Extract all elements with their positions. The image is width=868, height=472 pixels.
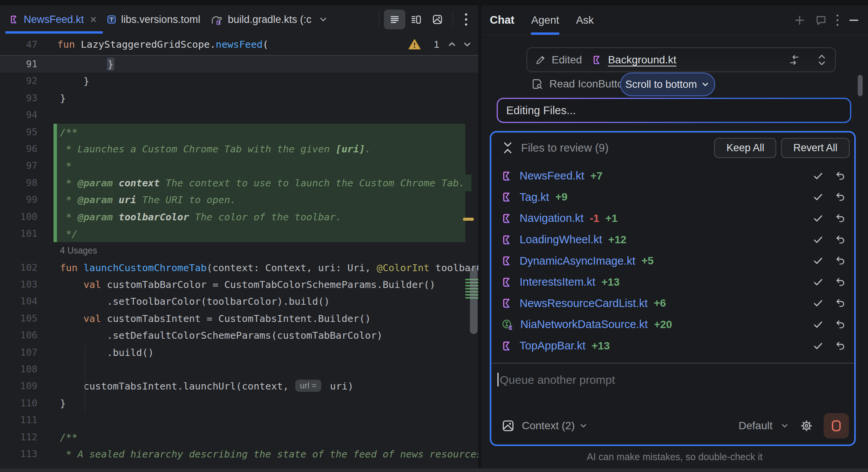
line-number[interactable]: 111 — [0, 412, 57, 428]
usages-inlay-hint[interactable]: 4 Usages — [0, 242, 478, 259]
error-stripe-warning-mark[interactable] — [463, 218, 474, 221]
line-number[interactable]: 102 — [0, 259, 57, 276]
code-line[interactable]: 111 — [0, 412, 478, 428]
revert-file-icon[interactable] — [834, 319, 846, 330]
line-number[interactable]: 104 — [0, 293, 57, 310]
prompt-area[interactable]: Queue another prompt — [491, 364, 854, 417]
code-line[interactable]: 97 * — [0, 157, 478, 174]
tab-libs-versions-toml[interactable]: libs.versions.toml — [103, 5, 206, 34]
file-link[interactable]: NewsFeed.kt — [520, 170, 584, 182]
code-line[interactable]: 91 } — [0, 56, 478, 73]
line-number[interactable]: 110 — [0, 395, 57, 412]
file-review-row[interactable]: TopAppBar.kt+13 — [491, 335, 854, 357]
code-line[interactable]: 104 .setToolbarColor(toolbarColor).build… — [0, 293, 478, 310]
code-line[interactable]: 108 — [0, 361, 478, 378]
revert-file-icon[interactable] — [834, 297, 846, 309]
code-area[interactable]: 91 }92 }93}9495/**96 * Launches a Custom… — [0, 56, 478, 468]
code-line[interactable]: 109 customTabsIntent.launchUrl(context, … — [0, 378, 478, 394]
revert-file-icon[interactable] — [834, 276, 846, 288]
file-review-row[interactable]: NiaNetworkDataSource.kt+20 — [491, 314, 854, 335]
show-diff-icon[interactable] — [788, 53, 801, 67]
keep-all-button[interactable]: Keep All — [714, 138, 776, 158]
revert-file-icon[interactable] — [834, 340, 846, 352]
revert-all-button[interactable]: Revert All — [781, 138, 850, 158]
code-line[interactable]: 102fun launchCustomChromeTab(context: Co… — [0, 259, 478, 276]
tab-agent[interactable]: Agent — [531, 5, 559, 35]
file-link[interactable]: NiaNetworkDataSource.kt — [520, 318, 648, 331]
new-chat-icon[interactable] — [793, 14, 806, 27]
keep-file-check-icon[interactable] — [812, 276, 824, 288]
settings-gear-icon[interactable] — [799, 419, 814, 433]
code-line[interactable]: 103 val customTabBarColor = CustomTabCol… — [0, 276, 478, 293]
line-number[interactable]: 93 — [0, 90, 57, 107]
code-line[interactable]: 110} — [0, 395, 478, 412]
code-line[interactable]: 95/** — [0, 124, 478, 141]
line-number[interactable]: 108 — [0, 361, 57, 378]
keep-file-check-icon[interactable] — [812, 191, 824, 203]
chat-history-icon[interactable] — [815, 14, 828, 27]
file-review-row[interactable]: NewsFeed.kt+7 — [491, 165, 854, 187]
code-line[interactable]: 105 val customTabsIntent = CustomTabsInt… — [0, 310, 478, 327]
file-link[interactable]: LoadingWheel.kt — [520, 233, 602, 246]
line-number[interactable]: 109 — [0, 378, 57, 394]
line-number[interactable]: 105 — [0, 310, 57, 327]
minimize-panel-icon[interactable] — [847, 14, 860, 27]
revert-file-icon[interactable] — [834, 191, 846, 203]
keep-file-check-icon[interactable] — [812, 297, 824, 309]
next-warning-icon[interactable] — [462, 39, 473, 50]
code-line[interactable]: 98 * @param context The context to use t… — [0, 175, 478, 191]
collapse-icon[interactable] — [501, 140, 514, 155]
code-line[interactable]: 93} — [0, 90, 478, 107]
revert-file-icon[interactable] — [834, 234, 846, 246]
line-number[interactable]: 91 — [0, 56, 57, 73]
edited-file-link[interactable]: Background.kt — [608, 54, 676, 66]
tab-build-gradle-kts[interactable]: build.gradle.kts (:c — [206, 5, 334, 34]
stop-button[interactable] — [824, 413, 849, 438]
line-number[interactable]: 99 — [0, 191, 57, 208]
line-number[interactable]: 106 — [0, 327, 57, 344]
chevron-down-icon[interactable] — [318, 15, 328, 24]
line-number[interactable]: 92 — [0, 73, 57, 89]
line-number[interactable]: 96 — [0, 141, 57, 157]
chevron-down-icon[interactable] — [780, 421, 789, 430]
keep-file-check-icon[interactable] — [812, 255, 824, 267]
file-link[interactable]: TopAppBar.kt — [520, 339, 586, 352]
code-line[interactable]: 101 */ — [0, 225, 478, 242]
scroll-to-bottom-button[interactable]: Scroll to bottom — [620, 73, 715, 96]
file-review-row[interactable]: NewsResourceCardList.kt+6 — [491, 293, 854, 314]
file-link[interactable]: InterestsItem.kt — [520, 276, 595, 288]
line-number[interactable]: 98 — [0, 175, 57, 191]
tab-newsfeed-kt[interactable]: NewsFeed.kt × — [5, 5, 103, 34]
line-number[interactable]: 100 — [0, 209, 57, 225]
code-line[interactable]: 94 — [0, 107, 478, 123]
code-line[interactable]: 106 .setDefaultColorSchemeParams(customT… — [0, 327, 478, 344]
code-line[interactable]: 100 * @param toolbarColor The color of t… — [0, 209, 478, 225]
line-number[interactable]: 101 — [0, 225, 57, 242]
code-view-button[interactable] — [384, 10, 405, 29]
sticky-code-line[interactable]: 47 fun LazyStaggeredGridScope.newsFeed( … — [0, 34, 478, 56]
chat-scrollbar-thumb[interactable] — [858, 75, 863, 96]
file-review-row[interactable]: Navigation.kt-1+1 — [491, 208, 854, 229]
line-number[interactable] — [0, 242, 57, 259]
line-number[interactable]: 103 — [0, 276, 57, 293]
line-number[interactable]: 94 — [0, 107, 57, 123]
file-link[interactable]: NewsResourceCardList.kt — [520, 297, 648, 310]
code-line[interactable]: 92 } — [0, 73, 478, 89]
panel-options-kebab-icon[interactable] — [836, 14, 839, 26]
prompt-input[interactable]: Queue another prompt — [500, 373, 615, 386]
model-dropdown[interactable]: Default — [738, 420, 772, 432]
keep-file-check-icon[interactable] — [812, 234, 824, 246]
code-line[interactable]: 113 * A sealed hierarchy describing the … — [0, 446, 478, 462]
attach-image-icon[interactable] — [501, 419, 515, 433]
file-review-row[interactable]: LoadingWheel.kt+12 — [491, 229, 854, 251]
panel-title-chat[interactable]: Chat — [490, 5, 514, 35]
tab-ask[interactable]: Ask — [576, 5, 594, 35]
revert-file-icon[interactable] — [834, 255, 846, 267]
code-line[interactable]: 99 * @param uri The URI to open. — [0, 191, 478, 208]
chevron-down-icon[interactable] — [579, 421, 588, 430]
prev-warning-icon[interactable] — [446, 39, 458, 50]
code-line[interactable]: 112/** — [0, 429, 478, 446]
keep-file-check-icon[interactable] — [812, 319, 824, 330]
keep-file-check-icon[interactable] — [812, 213, 824, 224]
code-line[interactable]: 96 * Launches a Custom Chrome Tab with t… — [0, 141, 478, 157]
